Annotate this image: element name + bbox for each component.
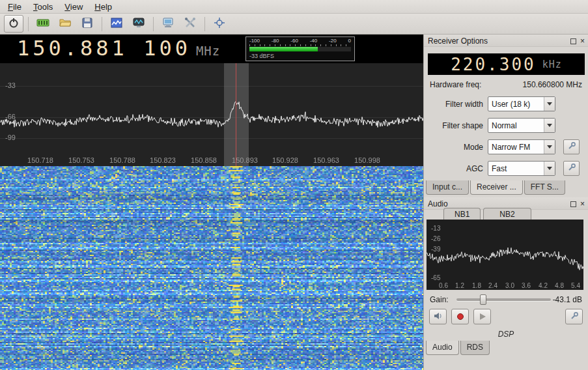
spectrum-x-tick: 150.998 bbox=[354, 156, 380, 164]
wrench-icon bbox=[567, 141, 576, 152]
frequency-unit: MHz bbox=[196, 44, 220, 58]
hardware-freq-label: Hardware freq: bbox=[430, 80, 481, 89]
audio-x-tick: 2.4 bbox=[488, 282, 497, 289]
spectrum-x-tick: 150.718 bbox=[27, 156, 53, 164]
tab-rds[interactable]: RDS bbox=[460, 341, 490, 355]
audio-x-tick: 4.8 bbox=[555, 282, 564, 289]
menu-help[interactable]: Help bbox=[89, 1, 118, 13]
spectrum-plot[interactable]: -33 -66 -99 150.718 150.753 150.788 150.… bbox=[0, 63, 423, 166]
waterfall-canvas[interactable] bbox=[0, 166, 423, 370]
remote-control-button[interactable] bbox=[158, 15, 178, 33]
tab-audio[interactable]: Audio bbox=[426, 341, 459, 355]
audio-x-tick: 3.6 bbox=[522, 282, 531, 289]
chevron-down-icon bbox=[544, 140, 555, 154]
dock-tab-bar: Input c... Receiver ... FFT S... bbox=[426, 180, 565, 195]
folder-open-icon bbox=[59, 18, 71, 30]
dsp-label: DSP bbox=[424, 330, 588, 339]
power-button[interactable] bbox=[4, 15, 23, 33]
mode-options-button[interactable] bbox=[563, 139, 580, 154]
chevron-down-icon bbox=[544, 119, 555, 132]
audio-x-tick: 1.8 bbox=[472, 282, 481, 289]
frequency-value[interactable]: 150.881 100 bbox=[17, 36, 191, 61]
agc-combo[interactable]: Fast bbox=[488, 161, 555, 176]
waterfall[interactable] bbox=[0, 166, 423, 370]
audio-y-tick: -26 bbox=[431, 235, 440, 242]
record-icon bbox=[457, 313, 464, 320]
nb1-button[interactable]: NB1 bbox=[443, 208, 481, 221]
tab-input-controls[interactable]: Input c... bbox=[426, 180, 469, 195]
audio-x-tick: 1.2 bbox=[455, 282, 464, 289]
audio-x-tick: 0.6 bbox=[439, 282, 448, 289]
meter-tick-label: -80 bbox=[272, 38, 279, 44]
slider-handle[interactable] bbox=[480, 294, 486, 305]
agc-row: AGC Fast bbox=[424, 160, 584, 177]
play-audio-button[interactable] bbox=[473, 309, 491, 324]
toolbar bbox=[0, 14, 588, 35]
signal-meter: -100 -80 -60 -40 -20 0 -33 dBFS bbox=[245, 36, 355, 61]
mode-value: Narrow FM bbox=[492, 143, 544, 152]
filter-width-label: Filter width bbox=[424, 100, 488, 109]
toolbar-separator bbox=[204, 17, 205, 31]
mute-button[interactable] bbox=[429, 309, 447, 324]
wrench-icon bbox=[567, 163, 576, 174]
tab-receiver-options[interactable]: Receiver ... bbox=[470, 180, 523, 195]
audio-y-tick: -39 bbox=[431, 246, 440, 253]
gain-value: -43.1 dB bbox=[553, 295, 582, 304]
noise-blanker-tabs: NB1 NB2 bbox=[443, 208, 531, 221]
center-button[interactable] bbox=[210, 15, 229, 33]
tab-fft-settings[interactable]: FFT S... bbox=[524, 180, 565, 195]
spectrum-x-tick: 150.858 bbox=[191, 156, 217, 164]
menu-tools[interactable]: Tools bbox=[27, 1, 59, 13]
play-icon bbox=[480, 313, 486, 320]
spectrum-y-tick: -66 bbox=[5, 113, 16, 121]
agc-value: Fast bbox=[492, 164, 544, 173]
filter-width-row: Filter width User (18 k) bbox=[424, 96, 584, 112]
frequency-lcd[interactable]: 150.881 100 MHz bbox=[17, 36, 220, 61]
filter-shape-label: Filter shape bbox=[424, 121, 488, 130]
menu-file[interactable]: File bbox=[2, 1, 27, 13]
crosshair-icon bbox=[214, 17, 225, 31]
meter-tick-label: -60 bbox=[290, 38, 298, 44]
record-audio-button[interactable] bbox=[451, 309, 469, 324]
close-icon[interactable]: × bbox=[580, 201, 585, 207]
power-icon bbox=[8, 17, 20, 31]
spectrum-canvas[interactable] bbox=[0, 63, 423, 166]
filter-shape-combo[interactable]: Normal bbox=[488, 118, 555, 133]
blue-chart-icon bbox=[111, 18, 122, 30]
audio-x-tick: 3.0 bbox=[505, 282, 514, 289]
audio-tab-bar: Audio RDS bbox=[426, 341, 490, 355]
toolbar-separator bbox=[153, 17, 154, 31]
meter-scale: -100 -80 -60 -40 -20 0 bbox=[249, 38, 351, 44]
crossed-tools-icon bbox=[184, 17, 196, 31]
meter-tick-label: -100 bbox=[249, 38, 260, 44]
iq-chart-button[interactable] bbox=[107, 15, 126, 33]
meter-track bbox=[249, 47, 351, 51]
audio-options-button[interactable] bbox=[565, 309, 583, 324]
save-button[interactable] bbox=[77, 15, 97, 33]
spectrum-x-tick: 150.928 bbox=[272, 156, 298, 164]
gqrx-window: File Tools View Help bbox=[0, 0, 588, 370]
tuner-button[interactable] bbox=[33, 15, 53, 33]
channel-offset-lcd[interactable]: 220.300 kHz bbox=[428, 53, 585, 75]
filter-width-combo[interactable]: User (18 k) bbox=[488, 96, 555, 111]
mode-label: Mode bbox=[424, 143, 488, 152]
mode-combo[interactable]: Narrow FM bbox=[488, 139, 555, 154]
offset-value[interactable]: 220.300 bbox=[451, 55, 536, 74]
float-dock-icon[interactable] bbox=[570, 38, 576, 44]
toolbar-separator bbox=[28, 17, 29, 31]
spectrum-x-tick: 150.963 bbox=[313, 156, 339, 164]
menu-view[interactable]: View bbox=[59, 1, 89, 13]
nb2-button[interactable]: NB2 bbox=[483, 208, 531, 221]
float-dock-icon[interactable] bbox=[570, 201, 576, 207]
scope-button[interactable] bbox=[129, 15, 148, 33]
audio-fft: -13 -26 -39 -65 0.6 1.2 1.8 2.4 3.0 3.6 … bbox=[427, 220, 583, 290]
open-file-button[interactable] bbox=[55, 15, 75, 33]
audio-y-tick: -13 bbox=[431, 225, 440, 232]
speaker-icon bbox=[434, 312, 443, 322]
agc-options-button[interactable] bbox=[563, 161, 580, 176]
hardware-freq-value: 150.660800 MHz bbox=[523, 80, 582, 89]
gain-slider[interactable] bbox=[456, 293, 551, 306]
spectrum-x-tick: 150.753 bbox=[68, 156, 94, 164]
tools-button[interactable] bbox=[180, 15, 200, 33]
close-icon[interactable]: × bbox=[580, 38, 585, 44]
